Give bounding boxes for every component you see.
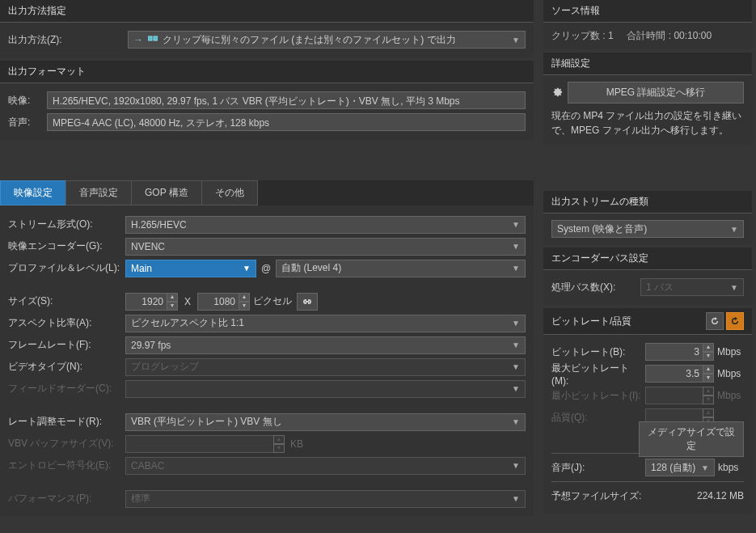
chevron-down-icon: ▼ — [512, 319, 520, 328]
framerate-dropdown[interactable]: 29.97 fps▼ — [125, 336, 526, 354]
chevron-down-icon: ▼ — [512, 264, 520, 273]
fieldorder-dropdown: ▼ — [125, 380, 526, 398]
spin-up-icon: ▲ — [703, 408, 714, 417]
output-format-panel: 出力フォーマット 映像: H.265/HEVC, 1920x1080, 29.9… — [0, 61, 534, 140]
tab-gop[interactable]: GOP 構造 — [131, 180, 202, 205]
spin-up-icon: ▲ — [703, 387, 714, 396]
stream-type-dropdown[interactable]: H.265/HEVC▼ — [125, 216, 526, 234]
gear-icon — [551, 86, 563, 99]
chevron-down-icon: ▼ — [730, 225, 738, 234]
maxbitrate-unit: Mbps — [717, 368, 741, 379]
spin-up-icon[interactable]: ▲ — [239, 293, 250, 302]
audio-bitrate-dropdown[interactable]: 128 (自動)▼ — [645, 459, 715, 476]
link-icon — [302, 298, 313, 306]
bitrate-active-button[interactable] — [726, 312, 744, 330]
x-separator: X — [184, 296, 191, 307]
media-size-button[interactable]: メディアサイズで設定 — [639, 421, 744, 457]
height-stepper[interactable]: ▲▼ — [197, 293, 250, 311]
chevron-down-icon: ▼ — [512, 362, 520, 371]
video-format-field: H.265/HEVC, 1920x1080, 29.97 fps, 1 パス V… — [47, 91, 526, 109]
output-stream-title: 出力ストリームの種類 — [543, 191, 752, 214]
arrow-icon: → — [133, 34, 143, 45]
spin-down-icon[interactable]: ▼ — [239, 302, 250, 311]
advanced-desc: 現在の MP4 ファイル出力の設定を引き継いで、MPEG ファイル出力へ移行しま… — [551, 108, 744, 137]
videotype-dropdown: プログレッシブ▼ — [125, 358, 526, 376]
size-label: サイズ(S): — [8, 294, 125, 308]
reset-bitrate-button[interactable] — [706, 312, 724, 330]
performance-label: パフォーマンス(P): — [8, 492, 125, 506]
source-info-text: クリップ数 : 1 合計時間 : 00:10:00 — [551, 29, 744, 43]
profile-level-label: プロファイル＆レベル(L): — [8, 261, 125, 275]
est-filesize-label: 予想ファイルサイズ: — [551, 489, 641, 503]
chevron-down-icon: ▼ — [512, 220, 520, 229]
encoder-pass-title: エンコーダーパス設定 — [543, 247, 752, 270]
performance-dropdown: 標準▼ — [125, 490, 526, 508]
tab-audio[interactable]: 音声設定 — [65, 180, 132, 205]
aspect-label: アスペクト比率(A): — [8, 316, 125, 330]
chevron-down-icon: ▼ — [512, 242, 520, 251]
vbv-stepper: ▲▼ — [125, 435, 287, 453]
spin-down-icon[interactable]: ▼ — [703, 374, 714, 383]
output-method-title: 出力方法指定 — [0, 0, 534, 23]
output-stream-dropdown[interactable]: System (映像と音声)▼ — [551, 220, 744, 238]
est-filesize-value: 224.12 MB — [697, 490, 744, 501]
pass-count-dropdown: 1 パス▼ — [640, 278, 744, 296]
mpeg-advanced-button[interactable]: MPEG 詳細設定へ移行 — [568, 82, 744, 104]
chevron-down-icon: ▼ — [512, 341, 520, 349]
videotype-label: ビデオタイプ(N): — [8, 360, 125, 374]
source-info-title: ソース情報 — [543, 0, 752, 23]
bitrate-stepper[interactable]: ▲▼ — [645, 343, 714, 361]
chevron-down-icon: ▼ — [243, 264, 251, 273]
level-dropdown[interactable]: 自動 (Level 4)▼ — [276, 260, 526, 277]
minbitrate-stepper: ▲▼ — [645, 387, 714, 404]
link-aspect-button[interactable] — [297, 293, 318, 311]
tab-video[interactable]: 映像設定 — [0, 180, 66, 205]
spin-up-icon[interactable]: ▲ — [167, 293, 178, 302]
chevron-down-icon: ▼ — [730, 283, 738, 292]
tab-other[interactable]: その他 — [201, 180, 258, 205]
spin-up-icon[interactable]: ▲ — [703, 343, 714, 352]
minbitrate-unit: Mbps — [717, 390, 741, 401]
output-method-label: 出力方法(Z): — [8, 33, 81, 47]
pass-count-label: 処理パス数(X): — [551, 281, 640, 294]
width-stepper[interactable]: ▲▼ — [125, 293, 178, 311]
svg-rect-0 — [148, 36, 152, 40]
settings-tabs: 映像設定 音声設定 GOP 構造 その他 ストリーム形式(O): H.265/H… — [0, 180, 534, 516]
output-format-title: 出力フォーマット — [0, 61, 534, 83]
spin-down-icon: ▼ — [273, 444, 285, 453]
encoder-pass-panel: エンコーダーパス設定 処理パス数(X): 1 パス▼ — [543, 247, 752, 305]
audio-bitrate-label: 音声(J): — [551, 461, 645, 475]
chevron-down-icon: ▼ — [512, 384, 520, 393]
bitrate-label: ビットレート(B): — [551, 345, 645, 359]
spin-up-icon[interactable]: ▲ — [703, 365, 714, 374]
output-method-dropdown[interactable]: → クリップ毎に別々のファイル (または別々のファイルセット) で出力 ▼ — [128, 31, 526, 49]
aspect-dropdown[interactable]: ピクセルアスペクト比 1:1▼ — [125, 315, 526, 332]
svg-rect-1 — [154, 36, 158, 40]
bitrate-title: ビットレート/品質 — [551, 315, 631, 328]
spin-down-icon[interactable]: ▼ — [167, 302, 178, 311]
profile-dropdown[interactable]: Main▼ — [125, 260, 256, 277]
output-stream-panel: 出力ストリームの種類 System (映像と音声)▼ — [543, 191, 752, 244]
source-info-panel: ソース情報 クリップ数 : 1 合計時間 : 00:10:00 — [543, 0, 752, 49]
stream-type-label: ストリーム形式(O): — [8, 218, 125, 231]
maxbitrate-stepper[interactable]: ▲▼ — [645, 365, 714, 383]
vbv-label: VBV バッファサイズ(V): — [8, 437, 125, 451]
framerate-label: フレームレート(F): — [8, 338, 125, 352]
advanced-panel: 詳細設定 MPEG 詳細設定へ移行 現在の MP4 ファイル出力の設定を引き継い… — [543, 53, 752, 144]
encoder-label: 映像エンコーダー(G): — [8, 239, 125, 253]
chevron-down-icon: ▼ — [512, 36, 520, 44]
vbv-unit: KB — [290, 438, 303, 450]
entropy-label: エントロピー符号化(E): — [8, 459, 125, 472]
spin-down-icon[interactable]: ▼ — [703, 352, 714, 361]
minbitrate-label: 最小ビットレート(I): — [551, 389, 645, 403]
maxbitrate-label: 最大ビットレート(M): — [551, 362, 645, 387]
ratecontrol-dropdown[interactable]: VBR (平均ビットレート) VBV 無し▼ — [125, 413, 526, 431]
chevron-down-icon: ▼ — [512, 417, 520, 426]
chevron-down-icon: ▼ — [701, 463, 709, 472]
spin-up-icon: ▲ — [273, 435, 285, 444]
encoder-dropdown[interactable]: NVENC▼ — [125, 238, 526, 256]
chevron-down-icon: ▼ — [512, 494, 520, 503]
chevron-down-icon: ▼ — [512, 461, 520, 470]
size-unit: ピクセル — [253, 294, 292, 308]
ratecontrol-label: レート調整モード(R): — [8, 415, 125, 429]
